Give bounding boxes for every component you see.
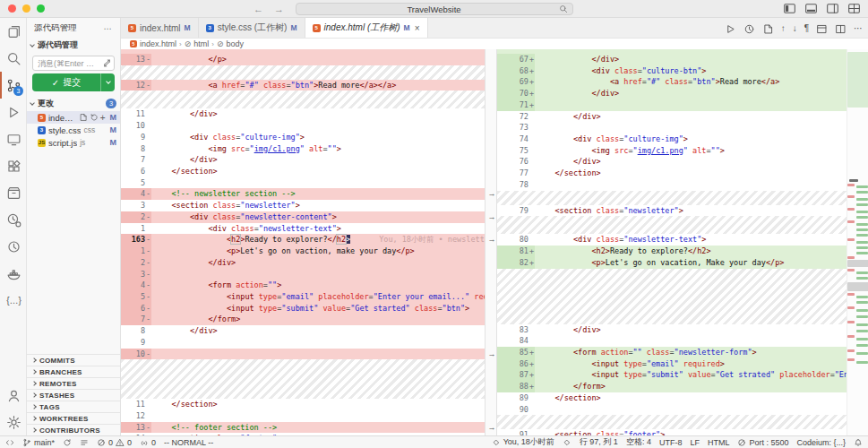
- code-line[interactable]: 7-</form>: [121, 314, 485, 325]
- codeium-status[interactable]: Codeium: {...}: [796, 438, 846, 447]
- code-line[interactable]: 2-<div class="newsletter-content">: [121, 211, 485, 223]
- code-line[interactable]: 77</section>: [497, 168, 868, 179]
- code-line[interactable]: 5: [121, 177, 485, 189]
- code-line[interactable]: 12: [121, 410, 485, 422]
- code-line[interactable]: 12-<a href="#" class="btn">Read more</a>…: [121, 80, 485, 91]
- vim-mode[interactable]: -- NORMAL --: [164, 438, 213, 447]
- code-line[interactable]: 91<section class="footer">: [497, 429, 868, 435]
- more-actions-icon[interactable]: ⋯: [854, 23, 863, 33]
- minimap[interactable]: [847, 49, 868, 435]
- activity-item-remote-explorer[interactable]: [0, 125, 26, 152]
- commit-dropdown-button[interactable]: [101, 73, 115, 91]
- code-line[interactable]: 6-<input type="submit" value="Get starte…: [121, 303, 485, 314]
- minimize-window-button[interactable]: [22, 4, 30, 13]
- sidebar-section-commits[interactable]: COMMITS: [27, 354, 120, 366]
- code-line[interactable]: 79<section class="newsletter">: [497, 205, 868, 217]
- sidebar-section-contributors[interactable]: CONTRIBUTORS: [27, 424, 120, 435]
- activity-item-source-control[interactable]: 3: [0, 72, 26, 99]
- sidebar-section-stashes[interactable]: STASHES: [27, 389, 120, 401]
- commit-status[interactable]: [563, 438, 572, 447]
- notifications[interactable]: [854, 438, 863, 447]
- code-line[interactable]: 70+</div>: [497, 88, 868, 99]
- blame-status[interactable]: You, 18小时前: [492, 436, 554, 448]
- open-file-icon[interactable]: [79, 113, 88, 122]
- code-line[interactable]: 163-<h2>Ready to explorer?</h2>You, 18小时…: [121, 234, 485, 246]
- code-line[interactable]: 87+<input type="submit" value="Get strat…: [497, 369, 868, 381]
- code-line[interactable]: 5-<input type="email" placeholder="Enter…: [121, 291, 485, 303]
- command-center-search[interactable]: TravelWebsite: [296, 3, 573, 15]
- split-editor-icon[interactable]: [835, 22, 847, 34]
- activity-item-extensions[interactable]: [0, 152, 26, 179]
- diff-original-pane[interactable]: 13-</p>12-<a href="#" class="btn">Read m…: [121, 49, 485, 435]
- activity-item-account[interactable]: [0, 382, 26, 409]
- code-line[interactable]: 73: [497, 122, 868, 134]
- changes-status[interactable]: [80, 438, 89, 447]
- activity-item-archive[interactable]: [0, 179, 26, 206]
- code-line[interactable]: 81+<h2>Ready to explore?</h2>: [497, 246, 868, 257]
- customize-layout-icon[interactable]: [847, 2, 861, 15]
- stage-icon[interactable]: +: [100, 113, 106, 123]
- editor-tab[interactable]: 5index.htmlM: [121, 18, 199, 38]
- revert-block-arrow[interactable]: →: [486, 234, 497, 245]
- discard-icon[interactable]: [90, 113, 99, 122]
- diff-modified-pane[interactable]: 67+</div>68+<div class="culture-btn">69+…: [497, 49, 868, 435]
- breadcrumb-item[interactable]: 5index.html: [130, 39, 176, 48]
- editor-tab[interactable]: 3style.css (工作树)M: [199, 18, 305, 38]
- toggle-secondary-sidebar-icon[interactable]: [826, 2, 839, 15]
- show-whitespace-icon[interactable]: ¶: [804, 23, 809, 33]
- activity-item-timeline[interactable]: [0, 206, 26, 233]
- revert-block-arrow[interactable]: →: [486, 211, 497, 222]
- code-line[interactable]: 8<img src="img/c1.png" alt="">: [121, 143, 485, 155]
- run-icon[interactable]: [725, 22, 736, 34]
- code-line[interactable]: 89</section>: [497, 392, 868, 404]
- code-line[interactable]: 3-: [121, 269, 485, 280]
- code-line[interactable]: 14<section class="footer">: [121, 433, 485, 435]
- sidebar-section-branches[interactable]: BRANCHES: [27, 366, 120, 377]
- code-line[interactable]: 2-</div>: [121, 257, 485, 269]
- timeline-icon[interactable]: [743, 22, 755, 34]
- code-line[interactable]: 88+</form>: [497, 381, 868, 392]
- previous-change-icon[interactable]: ↑: [781, 23, 786, 33]
- cursor-position[interactable]: 行 97, 列 1: [580, 436, 618, 448]
- sidebar-section-worktrees[interactable]: WORKTREES: [27, 412, 120, 424]
- activity-item-settings[interactable]: [0, 409, 26, 435]
- changed-file-script.js[interactable]: JSscript.jsjsM: [27, 136, 120, 149]
- problems-status[interactable]: 00: [97, 438, 132, 447]
- code-line[interactable]: 74<div class="culture-img">: [497, 134, 868, 145]
- code-line[interactable]: 1<div class="newsletter-text">: [121, 223, 485, 235]
- changed-file-style.css[interactable]: 3style.csscssM: [27, 124, 120, 136]
- code-line[interactable]: 11</section>: [121, 399, 485, 410]
- sync-status[interactable]: [63, 438, 72, 447]
- breadcrumb-item[interactable]: ⊘body: [217, 39, 244, 48]
- code-line[interactable]: 8</div>: [121, 325, 485, 337]
- code-line[interactable]: 13-<!-- footer section -->: [121, 422, 485, 434]
- close-icon[interactable]: ×: [415, 23, 420, 33]
- maximize-window-button[interactable]: [37, 4, 45, 13]
- remote-indicator[interactable]: [5, 438, 14, 447]
- code-line[interactable]: 9<div class="culture-img">: [121, 132, 485, 143]
- code-line[interactable]: 75<img src="img/c1.png" alt="">: [497, 145, 868, 157]
- code-line[interactable]: 71+: [497, 99, 868, 111]
- editor-tab[interactable]: 5index.html (工作树)M×: [305, 18, 428, 38]
- code-line[interactable]: 85+<form action="" class="newsletter-for…: [497, 347, 868, 358]
- code-line[interactable]: 68+<div class="culture-btn">: [497, 65, 868, 77]
- toggle-primary-sidebar-icon[interactable]: [783, 2, 796, 15]
- activity-item-history[interactable]: [0, 233, 26, 260]
- eol[interactable]: LF: [690, 438, 700, 447]
- port-status[interactable]: Port : 5500: [737, 438, 788, 447]
- sidebar-section-remotes[interactable]: REMOTES: [27, 377, 120, 389]
- generate-commit-message-icon[interactable]: [102, 58, 112, 68]
- code-line[interactable]: 86+<input type="email" required>: [497, 358, 868, 370]
- indentation[interactable]: 空格: 4: [626, 436, 651, 448]
- more-actions-icon[interactable]: ⋯: [104, 23, 114, 33]
- code-line[interactable]: 72</div>: [497, 111, 868, 123]
- activity-item-run-debug[interactable]: [0, 99, 26, 125]
- next-change-icon[interactable]: ↓: [793, 23, 797, 33]
- code-line[interactable]: 83</div>: [497, 324, 868, 336]
- revert-block-arrow[interactable]: →: [486, 422, 497, 433]
- ports-status[interactable]: 0: [140, 438, 156, 447]
- activity-item-snippets[interactable]: {…}: [0, 287, 26, 314]
- inline-view-icon[interactable]: [816, 22, 828, 34]
- code-line[interactable]: 80<div class="newsletter-text">: [497, 234, 868, 246]
- toggle-panel-icon[interactable]: [804, 2, 818, 15]
